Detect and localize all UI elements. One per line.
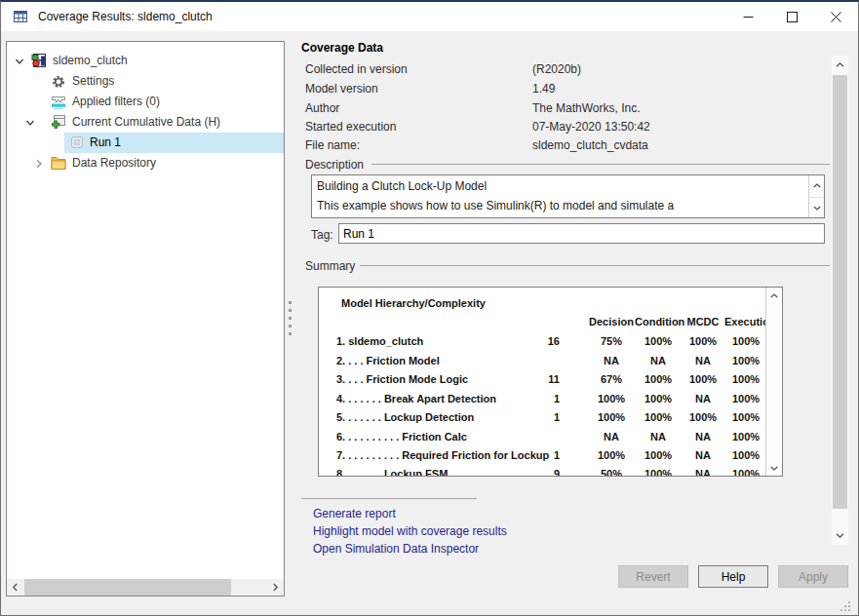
open-sdi-link[interactable]: Open Simulation Data Inspector — [313, 542, 479, 556]
tree-scrollbar-thumb[interactable] — [24, 579, 231, 596]
tree-item-label: Data Repository — [72, 156, 156, 170]
column-header: Decision — [588, 316, 635, 327]
tree-item-data-repository[interactable]: Data Repository — [7, 153, 284, 173]
gear-icon — [52, 75, 65, 92]
summary-label: Summary — [305, 259, 355, 273]
tree-item-label: Current Cumulative Data (H) — [72, 115, 220, 129]
titlebar[interactable]: Coverage Results: sldemo_clutch — [1, 2, 858, 31]
description-line: Building a Clutch Lock-Up Model — [317, 179, 487, 193]
generate-report-link[interactable]: Generate report — [313, 507, 396, 520]
description-textarea[interactable]: Building a Clutch Lock-Up Model This exa… — [311, 174, 825, 218]
tree-item-label: Run 1 — [90, 135, 121, 149]
window-controls — [726, 2, 858, 31]
field-label: Started execution — [305, 120, 396, 134]
table-row: 4. . . . . . . Break Apart Detection1 10… — [336, 393, 767, 404]
field-label: Collected in version — [305, 62, 408, 76]
field-value: (R2020b) — [532, 62, 581, 76]
summary-divider — [360, 265, 830, 266]
field-value: sldemo_clutch_cvdata — [532, 138, 648, 152]
description-line: This example shows how to use Simulink(R… — [317, 199, 674, 212]
scroll-up-icon[interactable] — [766, 288, 782, 303]
apply-button[interactable]: Apply — [778, 565, 848, 588]
links-divider — [301, 498, 477, 499]
description-scrollbar[interactable] — [808, 175, 824, 217]
tree-item-run-1[interactable]: Run 1 — [7, 133, 284, 153]
minimize-button[interactable] — [726, 2, 770, 31]
table-row: 7. . . . . . . . . . Required Friction f… — [336, 449, 767, 461]
description-label: Description — [305, 158, 364, 172]
column-header: Condition — [635, 316, 682, 327]
resize-grip-icon[interactable] — [839, 598, 851, 616]
column-header: MCDC — [682, 316, 724, 327]
table-row: 6. . . . . . . . . . Friction Calc NANA … — [336, 431, 767, 443]
revert-button[interactable]: Revert — [618, 565, 688, 588]
table-row: 5. . . . . . . Lockup Detection1 100%100… — [336, 411, 767, 423]
field-label: Model version — [305, 82, 378, 96]
chevron-down-icon[interactable] — [15, 56, 24, 65]
summary-table-scrollbar[interactable] — [765, 288, 782, 476]
table-row: 2. . . . Friction Model NANA NA100% — [336, 355, 767, 366]
column-header: Execution — [724, 316, 767, 327]
coverage-results-icon — [13, 9, 28, 24]
tree-item-sldemo-clutch[interactable]: sldemo_clutch — [7, 51, 284, 71]
panel-vertical-scrollbar[interactable] — [832, 56, 848, 545]
chevron-right-icon[interactable] — [34, 158, 44, 168]
tree-item-current-cumulative-data[interactable]: Current Cumulative Data (H) — [7, 112, 284, 133]
tree-item-settings[interactable]: Settings — [7, 71, 284, 92]
tree-item-label: sldemo_clutch — [53, 54, 128, 67]
run-icon — [69, 135, 85, 153]
panel-title: Coverage Data — [301, 41, 383, 55]
cumulative-data-icon — [51, 114, 66, 133]
filter-icon — [51, 96, 66, 113]
chevron-down-icon[interactable] — [25, 117, 35, 127]
summary-table: Model Hierarchy/Complexity Decision Cond… — [318, 287, 783, 477]
scroll-right-icon[interactable] — [267, 579, 284, 596]
description-divider — [371, 164, 830, 165]
coverage-results-window: Coverage Results: sldemo_clutch — [0, 0, 859, 616]
scroll-down-icon[interactable] — [832, 528, 848, 543]
field-value: 1.49 — [532, 82, 555, 96]
field-label: Author — [305, 101, 339, 115]
results-tree-panel: sldemo_clutch Settings Applied filters (… — [6, 41, 285, 597]
window-title: Coverage Results: sldemo_clutch — [38, 10, 213, 23]
field-value: The MathWorks, Inc. — [532, 101, 640, 115]
simulink-model-icon — [31, 53, 47, 71]
table-row: 1. sldemo_clutch16 75%100% 100%100% — [336, 335, 767, 347]
summary-table-title: Model Hierarchy/Complexity — [341, 297, 486, 309]
help-button[interactable]: Help — [698, 565, 768, 588]
table-row: 8. . . . . . . Lockup FSM9 50%100% NA100… — [336, 468, 767, 477]
scroll-down-icon[interactable] — [809, 197, 824, 219]
scroll-up-icon[interactable] — [832, 58, 848, 72]
tree-horizontal-scrollbar[interactable] — [7, 579, 284, 596]
scroll-down-icon[interactable] — [766, 460, 782, 476]
folder-icon — [51, 156, 66, 173]
scroll-left-icon[interactable] — [7, 579, 23, 596]
tree-item-applied-filters[interactable]: Applied filters (0) — [7, 92, 284, 112]
close-button[interactable] — [814, 2, 858, 31]
maximize-button[interactable] — [770, 2, 814, 31]
field-value: 07-May-2020 13:50:42 — [532, 120, 650, 134]
panel-scrollbar-thumb[interactable] — [833, 75, 847, 509]
tag-label: Tag: — [311, 228, 333, 242]
scroll-up-icon[interactable] — [809, 175, 824, 197]
table-row: 3. . . . Friction Mode Logic11 67%100% 1… — [336, 373, 767, 385]
panel-splitter[interactable] — [287, 301, 293, 344]
tree-item-label: Applied filters (0) — [72, 95, 160, 108]
tree-item-label: Settings — [72, 74, 114, 88]
field-label: File name: — [305, 138, 360, 152]
highlight-model-link[interactable]: Highlight model with coverage results — [313, 524, 507, 538]
tag-input[interactable] — [338, 223, 825, 244]
summary-table-header: Decision Condition MCDC Execution — [336, 316, 767, 327]
